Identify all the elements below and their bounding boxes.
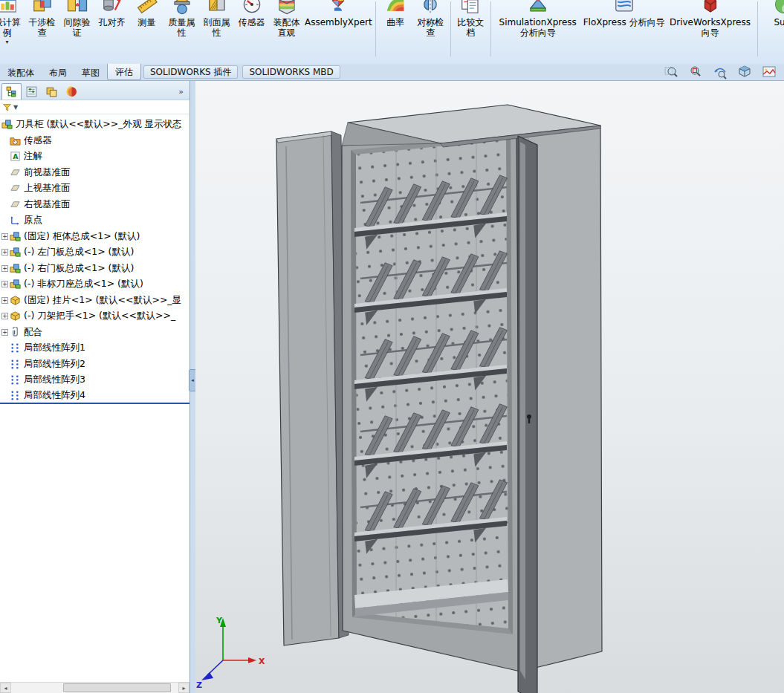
- tab-solidworks-mbd[interactable]: SOLIDWORKS MBD: [242, 65, 340, 79]
- tree-item[interactable]: +(固定) 挂片<1> (默认<<默认>>_显: [0, 293, 189, 309]
- panel-tabs-overflow-chevron[interactable]: »: [174, 87, 188, 100]
- triad-y-label: Y: [216, 616, 223, 625]
- ribbon-button-label: 干涉检查: [25, 17, 59, 38]
- graphics-area[interactable]: Y X Z: [195, 81, 784, 693]
- scrollbar-track[interactable]: [11, 683, 178, 693]
- tree-item[interactable]: 传感器: [0, 133, 189, 149]
- ribbon-button-label: AssemblyXpert: [305, 17, 372, 27]
- tab-evaluate[interactable]: 评估: [107, 64, 141, 80]
- tree-item-label: 上视基准面: [24, 182, 71, 195]
- panel-tab-featuremanager-tree[interactable]: [1, 83, 22, 100]
- filter-icon[interactable]: [2, 103, 12, 112]
- ribbon-button-label: 剖面属性: [200, 17, 233, 38]
- triad-z-label: Z: [196, 680, 202, 690]
- panel-tab-displaymanager[interactable]: [62, 83, 82, 100]
- tree-item-label: 传感器: [24, 134, 52, 147]
- ribbon-button-curvature[interactable]: 曲率: [378, 0, 413, 27]
- expand-icon[interactable]: +: [1, 281, 8, 287]
- expand-icon[interactable]: +: [1, 297, 8, 304]
- panel-splitter[interactable]: ◂: [190, 81, 195, 693]
- simulationxpress-icon: [527, 0, 549, 16]
- filter-dropdown-icon[interactable]: ▼: [13, 104, 18, 111]
- pattern-icon: [10, 342, 21, 354]
- ribbon-separator: [757, 1, 758, 56]
- tab-solidworks-add-ins[interactable]: SOLIDWORKS 插件: [143, 65, 238, 79]
- view-orientation-icon[interactable]: [737, 65, 752, 79]
- ribbon-button-floxpress[interactable]: FloXpress 分析向导: [583, 0, 666, 27]
- zoom-area-icon[interactable]: [688, 65, 703, 79]
- ribbon-button-hole-alignment[interactable]: 孔对齐: [94, 0, 129, 27]
- tree-item-label: (-) 右门板总成<1> (默认): [24, 262, 134, 275]
- panel-tab-propertymanager[interactable]: [22, 83, 42, 100]
- tree-item-label: 注解: [24, 150, 42, 163]
- interference-check-icon: [31, 0, 54, 16]
- previous-view-icon[interactable]: [713, 65, 728, 79]
- ribbon-button-symmetry-check[interactable]: 对称检查: [413, 0, 448, 38]
- ribbon-button-assembly-visualization[interactable]: 装配体直观: [269, 0, 304, 38]
- tree-horizontal-scrollbar[interactable]: ◂ ▸: [0, 682, 189, 693]
- tab-layout[interactable]: 布局: [42, 64, 74, 80]
- ribbon-button-assemblyxpert[interactable]: AssemblyXpert: [304, 0, 373, 27]
- ribbon-button-sensor[interactable]: 传感器: [234, 0, 269, 27]
- expand-icon[interactable]: +: [1, 313, 8, 319]
- ribbon-button-mass-properties[interactable]: 质量属性: [164, 0, 199, 38]
- expand-icon[interactable]: +: [1, 329, 8, 336]
- scroll-left-arrow-icon[interactable]: ◂: [0, 683, 11, 693]
- scrollbar-thumb[interactable]: [63, 683, 171, 692]
- panel-tab-configurationmanager[interactable]: [42, 83, 62, 100]
- tree-item[interactable]: 局部线性阵列1: [0, 340, 189, 357]
- ribbon-button-label: 曲率: [386, 17, 404, 27]
- section-properties-icon: [206, 0, 228, 16]
- tree-item[interactable]: +(-) 非标刀座总成<1> (默认): [0, 276, 189, 293]
- scroll-right-arrow-icon[interactable]: ▸: [178, 683, 189, 693]
- ribbon-button-clearance-verification[interactable]: 间隙验证: [59, 0, 94, 38]
- cabinet-3d-model[interactable]: [195, 81, 784, 693]
- tree-item[interactable]: 右视基准面: [0, 197, 189, 213]
- tree-item[interactable]: 原点: [0, 212, 189, 229]
- plane-icon: [10, 167, 21, 178]
- curvature-icon: [384, 0, 406, 16]
- ribbon-button-measure[interactable]: 测量: [129, 0, 164, 27]
- ribbon-button-label: 设计算例: [0, 17, 24, 38]
- tree-item[interactable]: 局部线性阵列3: [0, 372, 189, 388]
- tree-item[interactable]: 刀具柜 (默认<<默认>>_外观 显示状态: [0, 117, 189, 133]
- tree-item[interactable]: 局部线性阵列2: [0, 357, 189, 373]
- tree-item-label: (-) 左门板总成<1> (默认): [24, 246, 134, 258]
- dropdown-arrow-icon: ▾: [5, 39, 8, 45]
- ribbon-button-label: FloXpress 分析向导: [583, 17, 665, 27]
- ribbon-button-label: 孔对齐: [99, 17, 126, 27]
- tab-sketch[interactable]: 草图: [74, 64, 107, 80]
- tree-item[interactable]: 上视基准面: [0, 180, 189, 197]
- appearances-icon[interactable]: [762, 65, 777, 79]
- tree-item[interactable]: +(-) 右门板总成<1> (默认): [0, 261, 189, 277]
- feature-tree: 刀具柜 (默认<<默认>>_外观 显示状态传感器A注解前视基准面上视基准面右视基…: [0, 114, 189, 682]
- subassembly-icon: [10, 247, 21, 258]
- tree-gutter: +: [1, 329, 10, 336]
- tree-item[interactable]: A注解: [0, 149, 189, 165]
- triad-x-label: X: [259, 657, 265, 666]
- tree-item-label: (固定) 柜体总成<1> (默认): [24, 230, 140, 243]
- tab-assembly[interactable]: 装配体: [0, 64, 42, 80]
- ribbon-button-label: 传感器: [239, 17, 265, 27]
- zoom-fit-icon[interactable]: [664, 65, 678, 79]
- tree-item[interactable]: +配合: [0, 325, 189, 341]
- tree-item[interactable]: +(-) 左门板总成<1> (默认): [0, 244, 189, 261]
- tree-item[interactable]: +(固定) 柜体总成<1> (默认): [0, 229, 189, 245]
- tree-item[interactable]: 局部线性阵列4: [0, 388, 189, 405]
- expand-icon[interactable]: +: [1, 265, 8, 272]
- ribbon-button-design-study[interactable]: 设计算例▾: [0, 0, 25, 45]
- tree-item[interactable]: 前视基准面: [0, 165, 189, 181]
- expand-icon[interactable]: +: [1, 233, 8, 240]
- ribbon-separator: [490, 1, 491, 56]
- tree-item[interactable]: +(-) 刀架把手<1> (默认<<默认>>_: [0, 308, 189, 325]
- ribbon-button-compare-documents[interactable]: 比较文档: [453, 0, 488, 38]
- expand-icon[interactable]: +: [1, 249, 8, 256]
- ribbon-button-interference-check[interactable]: 干涉检查: [25, 0, 59, 38]
- ribbon-button-simulationxpress[interactable]: SimulationXpress 分析向导: [493, 0, 583, 38]
- ribbon-button-driveworksxpress[interactable]: DriveWorksXpress 向导: [666, 0, 755, 38]
- ribbon-button-sustainability[interactable]: Sust: [760, 0, 784, 27]
- assembly-icon: [1, 119, 13, 130]
- pattern-icon: [10, 359, 21, 370]
- driveworksxpress-icon: [699, 0, 722, 16]
- ribbon-button-section-properties[interactable]: 剖面属性: [199, 0, 234, 38]
